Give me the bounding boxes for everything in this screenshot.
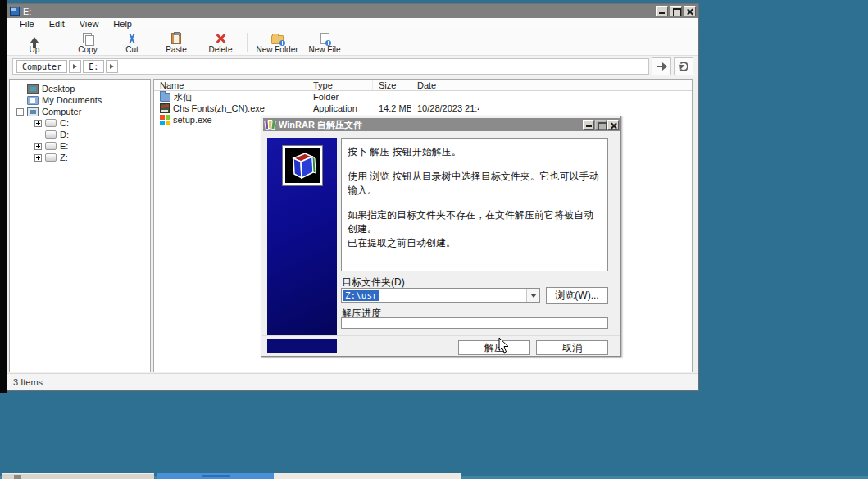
chevron-right-icon xyxy=(110,64,116,69)
instructions-box: 按下 解压 按钮开始解压。 使用 浏览 按钮从目录树中选择目标文件夹。它也可以手… xyxy=(341,138,608,271)
drive-icon xyxy=(45,130,57,139)
taskbar-button[interactable] xyxy=(274,473,461,479)
winrar-sfx-dialog: WinRAR 自解压文件 按下 解压 按钮开始解压。 使用 浏览 按钮从目录树中… xyxy=(261,116,621,357)
cancel-button[interactable]: 取消 xyxy=(536,340,608,355)
column-header-type[interactable]: Type xyxy=(307,80,373,90)
address-bar: Computer E: xyxy=(7,56,698,77)
instruction-line: 已在提取之前自动创建。 xyxy=(348,236,602,250)
taskbar xyxy=(0,473,868,479)
refresh-icon xyxy=(679,62,688,71)
screen-edge xyxy=(0,0,7,393)
extract-button[interactable]: 解压 xyxy=(458,340,530,355)
winrar-banner-strip xyxy=(267,339,337,353)
column-header-date[interactable]: Date xyxy=(411,80,479,90)
new-file-icon xyxy=(320,33,329,44)
dialog-minimize-button[interactable] xyxy=(583,120,594,130)
menu-bar: File Edit View Help xyxy=(7,18,698,30)
tree-item-drive-e[interactable]: E: xyxy=(10,140,150,152)
window-title: E: xyxy=(23,7,654,16)
expand-expander[interactable] xyxy=(34,154,42,162)
breadcrumb-chevron-button[interactable] xyxy=(69,60,81,73)
browse-button[interactable]: 浏览(W)... xyxy=(546,287,608,304)
computer-icon xyxy=(27,107,39,116)
instruction-line: 如果指定的目标文件夹不存在，在文件解压前它将被自动创建。 xyxy=(348,208,602,236)
dialog-title: WinRAR 自解压文件 xyxy=(279,119,582,131)
go-button[interactable] xyxy=(652,57,671,75)
breadcrumb-computer[interactable]: Computer xyxy=(16,60,67,73)
menu-view[interactable]: View xyxy=(72,18,107,30)
dialog-maximize-button[interactable] xyxy=(595,120,607,130)
winrar-books-icon xyxy=(265,120,276,130)
application-icon xyxy=(160,103,170,113)
tree-item-drive-d[interactable]: D: xyxy=(10,129,150,140)
breadcrumb-drive-e[interactable]: E: xyxy=(83,60,104,73)
tree-item-computer[interactable]: Computer xyxy=(10,106,150,117)
column-header-size[interactable]: Size xyxy=(373,80,411,90)
tree-item-drive-c[interactable]: C: xyxy=(10,117,150,129)
address-field[interactable]: Computer E: xyxy=(12,58,649,75)
file-row-chs-fonts[interactable]: Chs Fonts(zh_CN).exe Application 14.2 MB… xyxy=(154,103,692,114)
desktop-icon xyxy=(27,84,39,94)
chevron-down-icon xyxy=(530,294,537,301)
window-icon xyxy=(10,7,20,16)
close-button[interactable] xyxy=(684,6,696,16)
tree-item-desktop[interactable]: Desktop xyxy=(10,83,150,94)
combo-dropdown-button[interactable] xyxy=(526,289,539,302)
up-button[interactable]: Up xyxy=(12,30,57,55)
destination-combo[interactable]: Z:\usr xyxy=(341,288,540,303)
instruction-line: 按下 解压 按钮开始解压。 xyxy=(348,145,602,159)
toolbar: Up Copy Cut Paste Delete New Folder New … xyxy=(7,30,698,56)
new-folder-icon xyxy=(271,35,284,44)
tree-item-drive-z[interactable]: Z: xyxy=(10,152,150,163)
winrar-logo-icon xyxy=(283,146,322,185)
go-arrow-icon xyxy=(657,66,666,67)
dialog-divider xyxy=(262,335,620,336)
menu-help[interactable]: Help xyxy=(106,18,139,30)
clipboard-icon xyxy=(171,33,181,44)
toolbar-separator xyxy=(61,33,61,52)
refresh-button[interactable] xyxy=(674,57,693,75)
winrar-banner xyxy=(267,138,337,335)
plus-badge-icon xyxy=(279,40,285,46)
destination-path-value[interactable]: Z:\usr xyxy=(343,290,379,301)
item-count: 3 Items xyxy=(13,377,43,387)
scissors-icon xyxy=(126,33,138,44)
taskbar-active-button[interactable] xyxy=(157,473,274,479)
cut-button[interactable]: Cut xyxy=(110,30,154,55)
up-arrow-icon xyxy=(30,33,39,44)
expand-expander[interactable] xyxy=(34,120,42,127)
delete-button[interactable]: Delete xyxy=(198,30,243,55)
drive-icon xyxy=(45,153,57,162)
collapse-expander[interactable] xyxy=(16,108,24,116)
new-file-button[interactable]: New File xyxy=(302,30,347,55)
status-bar: 3 Items xyxy=(7,373,698,390)
toolbar-separator xyxy=(247,33,248,52)
copy-button[interactable]: Copy xyxy=(66,30,110,55)
paste-button[interactable]: Paste xyxy=(154,30,198,55)
minimize-button[interactable] xyxy=(656,6,668,16)
folder-tree-panel: Desktop My Documents Computer C: D: xyxy=(9,79,151,372)
list-header: Name Type Size Date xyxy=(154,80,692,91)
column-header-name[interactable]: Name xyxy=(154,80,307,90)
folder-icon xyxy=(160,93,170,102)
tree-item-my-documents[interactable]: My Documents xyxy=(10,94,150,106)
documents-folder-icon xyxy=(27,96,39,105)
maximize-button[interactable] xyxy=(670,6,682,16)
breadcrumb-chevron-button[interactable] xyxy=(106,60,118,73)
new-folder-button[interactable]: New Folder xyxy=(252,30,302,55)
menu-edit[interactable]: Edit xyxy=(42,18,72,30)
dialog-close-button[interactable] xyxy=(607,120,619,130)
red-x-icon xyxy=(215,33,226,44)
file-row-shuixian[interactable]: 水仙 Folder xyxy=(154,91,692,103)
drive-icon xyxy=(45,142,57,150)
windows-logo-icon xyxy=(160,115,170,125)
copy-icon xyxy=(83,33,93,44)
title-bar: E: xyxy=(7,4,698,18)
dialog-title-bar: WinRAR 自解压文件 xyxy=(263,118,620,131)
taskbar-button[interactable] xyxy=(2,473,154,479)
expand-expander[interactable] xyxy=(34,143,42,150)
extraction-progress-bar xyxy=(341,317,608,329)
drive-icon xyxy=(45,119,57,127)
chevron-right-icon xyxy=(73,64,80,69)
menu-file[interactable]: File xyxy=(12,18,42,30)
